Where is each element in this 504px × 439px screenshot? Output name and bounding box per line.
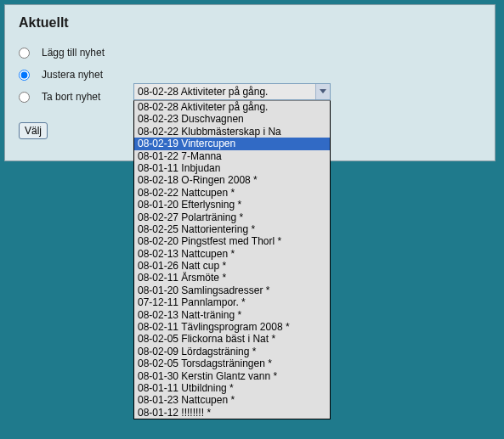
svg-marker-0 bbox=[320, 89, 326, 93]
option-add-row: Lägg till nyhet bbox=[19, 44, 481, 61]
radio-add[interactable] bbox=[19, 48, 30, 59]
chevron-down-icon[interactable] bbox=[315, 84, 330, 99]
select-button[interactable]: Välj bbox=[19, 122, 48, 139]
radio-edit[interactable] bbox=[19, 70, 30, 81]
dropdown-display[interactable]: 08-02-28 Aktiviteter på gång. bbox=[133, 83, 331, 100]
dropdown-item[interactable]: 08-01-11 Inbjudan bbox=[134, 162, 330, 174]
dropdown-item[interactable]: 08-02-20 Pingstfest med Thorl * bbox=[134, 235, 330, 247]
dropdown-item[interactable]: 08-02-11 Årsmöte * bbox=[134, 272, 330, 284]
radio-delete[interactable] bbox=[19, 92, 30, 103]
dropdown-list[interactable]: 08-02-28 Aktiviteter på gång.08-02-23 Du… bbox=[133, 100, 331, 419]
dropdown-item[interactable]: 08-01-20 Samlingsadresser * bbox=[134, 284, 330, 296]
dropdown-item[interactable]: 08-02-05 Torsdagsträningen * bbox=[134, 357, 330, 369]
dropdown-item[interactable]: 08-02-25 Nattorientering * bbox=[134, 223, 330, 235]
dropdown-item[interactable]: 08-02-13 Nattcupen * bbox=[134, 248, 330, 260]
dropdown-item[interactable]: 08-02-28 Aktiviteter på gång. bbox=[134, 101, 330, 113]
dropdown-item[interactable]: 08-01-12 !!!!!!!! * bbox=[134, 407, 330, 419]
dropdown-item[interactable]: 08-02-18 O-Ringen 2008 * bbox=[134, 174, 330, 186]
dropdown-item[interactable]: 08-01-26 Natt cup * bbox=[134, 260, 330, 272]
option-edit-row: Justera nyhet bbox=[19, 66, 481, 83]
dropdown-item[interactable]: 08-01-22 7-Manna bbox=[134, 150, 330, 162]
dropdown-item[interactable]: 08-02-22 Klubbmästerskap i Na bbox=[134, 126, 330, 138]
dropdown-item[interactable]: 08-01-11 Utbildning * bbox=[134, 382, 330, 394]
dropdown-item[interactable]: 08-02-23 Duschvagnen bbox=[134, 113, 330, 125]
dropdown-item[interactable]: 08-02-09 Lördagsträning * bbox=[134, 346, 330, 357]
dropdown-current-value: 08-02-28 Aktiviteter på gång. bbox=[138, 86, 268, 98]
dropdown-item[interactable]: 08-02-22 Nattcupen * bbox=[134, 187, 330, 199]
dropdown-item[interactable]: 08-02-11 Tävlingsprogram 2008 * bbox=[134, 321, 330, 333]
dropdown-item[interactable]: 08-02-27 Polarträning * bbox=[134, 211, 330, 223]
radio-add-label: Lägg till nyhet bbox=[42, 47, 105, 59]
panel-heading: Aktuellt bbox=[19, 15, 481, 31]
radio-delete-label: Ta bort nyhet bbox=[42, 91, 100, 103]
dropdown-item[interactable]: 08-01-23 Nattcupen * bbox=[134, 394, 330, 406]
dropdown-item[interactable]: 08-02-19 Vintercupen bbox=[134, 138, 330, 149]
dropdown-item[interactable]: 07-12-11 Pannlampor. * bbox=[134, 296, 330, 308]
dropdown-item[interactable]: 08-02-13 Natt-träning * bbox=[134, 309, 330, 321]
dropdown-item[interactable]: 08-02-05 Flickorna bäst i Nat * bbox=[134, 333, 330, 345]
dropdown-item[interactable]: 08-01-30 Kerstin Glantz vann * bbox=[134, 370, 330, 382]
dropdown-item[interactable]: 08-01-20 Efterlysning * bbox=[134, 199, 330, 211]
radio-edit-label: Justera nyhet bbox=[42, 69, 103, 81]
news-dropdown[interactable]: 08-02-28 Aktiviteter på gång. 08-02-28 A… bbox=[133, 83, 331, 419]
